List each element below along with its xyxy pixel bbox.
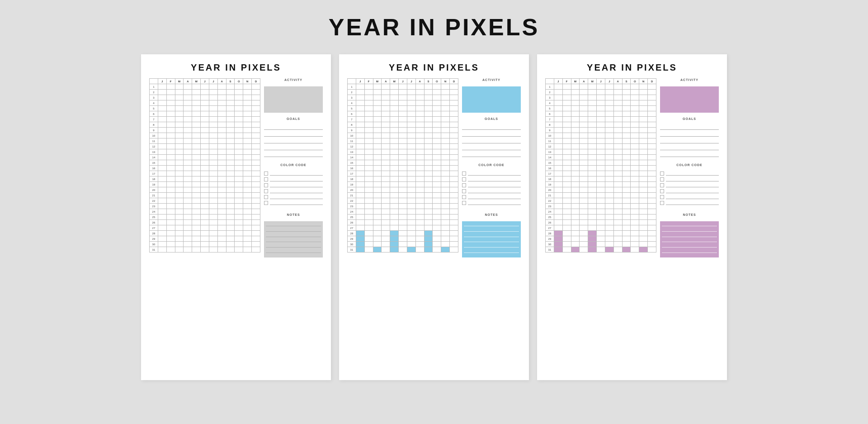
pixel-cell[interactable] <box>554 160 562 166</box>
pixel-cell[interactable] <box>450 247 458 252</box>
pixel-cell[interactable] <box>631 100 639 106</box>
pixel-cell[interactable] <box>399 138 407 144</box>
pixel-cell[interactable] <box>166 100 175 106</box>
pixel-cell[interactable] <box>226 160 235 166</box>
pixel-cell[interactable] <box>217 138 226 144</box>
pixel-cell[interactable] <box>201 209 209 214</box>
pixel-cell[interactable] <box>639 214 648 220</box>
pixel-cell[interactable] <box>209 155 217 160</box>
pixel-cell[interactable] <box>166 176 175 182</box>
pixel-cell[interactable] <box>588 160 597 166</box>
pixel-cell[interactable] <box>158 149 166 155</box>
pixel-cell[interactable] <box>201 160 209 166</box>
pixel-cell[interactable] <box>243 187 252 193</box>
pixel-cell[interactable] <box>433 220 441 225</box>
pixel-cell[interactable] <box>648 242 656 247</box>
pixel-cell[interactable] <box>605 144 613 149</box>
pixel-cell[interactable] <box>243 160 252 166</box>
pixel-cell[interactable] <box>158 155 166 160</box>
pixel-cell[interactable] <box>407 209 415 214</box>
pixel-cell[interactable] <box>580 193 588 198</box>
pixel-cell[interactable] <box>399 209 407 214</box>
pixel-cell[interactable] <box>631 128 639 133</box>
pixel-cell[interactable] <box>373 95 382 100</box>
pixel-cell[interactable] <box>192 144 201 149</box>
pixel-cell[interactable] <box>192 182 201 187</box>
pixel-cell[interactable] <box>184 214 192 220</box>
pixel-cell[interactable] <box>166 90 175 95</box>
pixel-cell[interactable] <box>252 182 260 187</box>
pixel-cell[interactable] <box>184 166 192 171</box>
pixel-cell[interactable] <box>639 160 648 166</box>
pixel-cell[interactable] <box>201 144 209 149</box>
pixel-cell[interactable] <box>364 111 373 117</box>
pixel-cell[interactable] <box>382 166 390 171</box>
pixel-cell[interactable] <box>580 176 588 182</box>
pixel-cell[interactable] <box>158 122 166 128</box>
pixel-cell[interactable] <box>424 128 433 133</box>
pixel-cell[interactable] <box>252 220 260 225</box>
pixel-cell[interactable] <box>580 166 588 171</box>
pixel-cell[interactable] <box>639 90 648 95</box>
pixel-cell[interactable] <box>356 84 364 90</box>
pixel-cell[interactable] <box>390 225 399 231</box>
pixel-cell[interactable] <box>192 171 201 176</box>
pixel-cell[interactable] <box>424 220 433 225</box>
pixel-cell[interactable] <box>226 193 235 198</box>
pixel-cell[interactable] <box>201 198 209 204</box>
pixel-cell[interactable] <box>390 144 399 149</box>
pixel-cell[interactable] <box>622 155 631 160</box>
pixel-cell[interactable] <box>364 198 373 204</box>
pixel-cell[interactable] <box>622 90 631 95</box>
pixel-cell[interactable] <box>580 122 588 128</box>
pixel-cell[interactable] <box>217 128 226 133</box>
pixel-cell[interactable] <box>450 117 458 122</box>
pixel-cell[interactable] <box>192 204 201 209</box>
pixel-cell[interactable] <box>450 122 458 128</box>
pixel-cell[interactable] <box>622 247 631 252</box>
pixel-cell[interactable] <box>571 176 580 182</box>
pixel-cell[interactable] <box>441 106 450 111</box>
pixel-cell[interactable] <box>571 133 580 138</box>
pixel-cell[interactable] <box>648 122 656 128</box>
pixel-cell[interactable] <box>407 90 415 95</box>
pixel-cell[interactable] <box>192 220 201 225</box>
pixel-cell[interactable] <box>613 117 622 122</box>
pixel-cell[interactable] <box>571 225 580 231</box>
pixel-cell[interactable] <box>597 182 605 187</box>
pixel-cell[interactable] <box>192 128 201 133</box>
pixel-cell[interactable] <box>209 182 217 187</box>
pixel-cell[interactable] <box>243 100 252 106</box>
pixel-cell[interactable] <box>605 193 613 198</box>
pixel-cell[interactable] <box>235 231 243 236</box>
pixel-cell[interactable] <box>433 106 441 111</box>
pixel-cell[interactable] <box>424 187 433 193</box>
pixel-cell[interactable] <box>356 220 364 225</box>
pixel-cell[interactable] <box>209 247 217 252</box>
pixel-cell[interactable] <box>424 106 433 111</box>
pixel-cell[interactable] <box>226 138 235 144</box>
pixel-cell[interactable] <box>433 176 441 182</box>
pixel-cell[interactable] <box>415 247 424 252</box>
pixel-cell[interactable] <box>356 198 364 204</box>
pixel-cell[interactable] <box>252 247 260 252</box>
pixel-cell[interactable] <box>639 84 648 90</box>
pixel-cell[interactable] <box>235 111 243 117</box>
pixel-cell[interactable] <box>562 117 571 122</box>
pixel-cell[interactable] <box>252 122 260 128</box>
pixel-cell[interactable] <box>424 122 433 128</box>
pixel-cell[interactable] <box>415 166 424 171</box>
pixel-cell[interactable] <box>373 187 382 193</box>
pixel-cell[interactable] <box>407 128 415 133</box>
pixel-cell[interactable] <box>639 144 648 149</box>
pixel-cell[interactable] <box>441 171 450 176</box>
pixel-cell[interactable] <box>571 149 580 155</box>
pixel-cell[interactable] <box>407 149 415 155</box>
pixel-cell[interactable] <box>356 106 364 111</box>
pixel-cell[interactable] <box>580 209 588 214</box>
pixel-cell[interactable] <box>648 220 656 225</box>
pixel-cell[interactable] <box>639 209 648 214</box>
pixel-cell[interactable] <box>217 214 226 220</box>
pixel-cell[interactable] <box>450 160 458 166</box>
pixel-cell[interactable] <box>217 204 226 209</box>
